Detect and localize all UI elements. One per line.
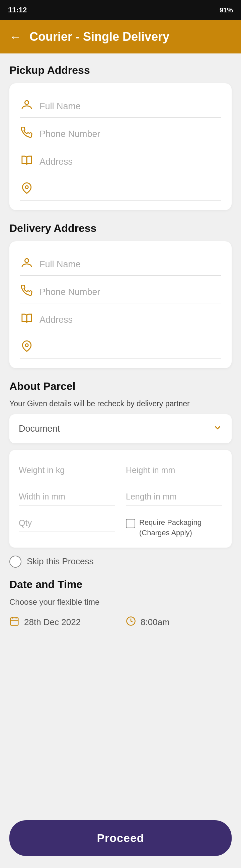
chevron-down-icon bbox=[213, 423, 222, 435]
qty-input[interactable] bbox=[19, 518, 115, 528]
delivery-fullname-field bbox=[20, 251, 221, 276]
parcel-section-title: About Parcel bbox=[9, 380, 232, 393]
height-field bbox=[126, 459, 222, 479]
document-dropdown[interactable]: Document bbox=[9, 414, 232, 443]
phone-icon bbox=[20, 127, 33, 141]
datetime-section-title: Date and Time bbox=[9, 578, 232, 591]
delivery-location-field bbox=[20, 334, 221, 359]
delivery-person-icon bbox=[20, 257, 33, 271]
date-value[interactable]: 28th Dec 2022 bbox=[24, 617, 81, 627]
weight-input[interactable] bbox=[19, 465, 115, 475]
delivery-address-icon bbox=[20, 313, 33, 327]
pickup-section-title: Pickup Address bbox=[9, 64, 232, 76]
battery-level: 91% bbox=[220, 6, 233, 14]
skip-radio[interactable] bbox=[9, 556, 21, 568]
parcel-subtitle: Your Given details will be recheck by de… bbox=[9, 399, 232, 408]
status-bar: 11:12 91% bbox=[0, 0, 241, 20]
dimensions-card: Require Packaging(Charges Apply) bbox=[9, 450, 232, 548]
svg-point-2 bbox=[25, 258, 28, 262]
delivery-address-input[interactable] bbox=[39, 313, 221, 327]
date-field: 28th Dec 2022 bbox=[9, 616, 115, 632]
datetime-row: 28th Dec 2022 8:00am bbox=[9, 616, 232, 632]
pickup-address-field bbox=[20, 148, 221, 173]
pickup-location-field bbox=[20, 176, 221, 201]
packaging-row: Require Packaging(Charges Apply) bbox=[126, 512, 222, 538]
location-icon bbox=[20, 182, 33, 196]
pickup-fullname-input[interactable] bbox=[39, 100, 221, 113]
delivery-location-icon bbox=[20, 340, 33, 354]
skip-label: Skip this Process bbox=[27, 556, 93, 567]
qty-row: Require Packaging(Charges Apply) bbox=[19, 512, 222, 538]
length-field bbox=[126, 486, 222, 505]
pickup-card bbox=[9, 83, 232, 210]
delivery-fullname-input[interactable] bbox=[39, 258, 221, 271]
pickup-phone-field bbox=[20, 120, 221, 145]
weight-field bbox=[19, 459, 115, 479]
width-field bbox=[19, 486, 115, 505]
calendar-icon bbox=[9, 616, 20, 628]
delivery-phone-icon bbox=[20, 285, 33, 299]
pickup-location-input[interactable] bbox=[39, 183, 221, 196]
main-content: Pickup Address bbox=[0, 54, 241, 699]
datetime-subtitle: Choose your flexible time bbox=[9, 597, 232, 607]
delivery-section-title: Delivery Address bbox=[9, 222, 232, 235]
header: ← Courier - Single Delivery bbox=[0, 20, 241, 54]
delivery-location-input[interactable] bbox=[39, 341, 221, 354]
packaging-label: Require Packaging(Charges Apply) bbox=[139, 518, 202, 538]
address-icon bbox=[20, 155, 33, 169]
page-title: Courier - Single Delivery bbox=[29, 30, 169, 44]
pickup-address-input[interactable] bbox=[39, 155, 221, 168]
svg-point-1 bbox=[25, 186, 28, 189]
delivery-phone-input[interactable] bbox=[39, 286, 221, 299]
delivery-phone-field bbox=[20, 278, 221, 303]
width-input[interactable] bbox=[19, 492, 115, 501]
clock-icon bbox=[126, 616, 136, 628]
dimensions-grid bbox=[19, 459, 222, 512]
status-time: 11:12 bbox=[8, 6, 27, 14]
person-icon bbox=[20, 99, 33, 113]
svg-point-0 bbox=[25, 100, 28, 104]
delivery-card bbox=[9, 241, 232, 368]
document-label: Document bbox=[19, 424, 60, 434]
back-button[interactable]: ← bbox=[9, 30, 21, 44]
pickup-fullname-field bbox=[20, 93, 221, 118]
svg-point-3 bbox=[25, 344, 28, 347]
svg-rect-4 bbox=[11, 618, 19, 625]
time-value[interactable]: 8:00am bbox=[140, 617, 170, 627]
length-input[interactable] bbox=[126, 492, 222, 501]
pickup-phone-input[interactable] bbox=[39, 128, 221, 141]
height-input[interactable] bbox=[126, 465, 222, 475]
skip-row: Skip this Process bbox=[9, 556, 232, 568]
delivery-address-field bbox=[20, 306, 221, 331]
status-icons: 91% bbox=[220, 6, 233, 14]
time-field: 8:00am bbox=[126, 616, 232, 632]
packaging-checkbox[interactable] bbox=[126, 519, 135, 528]
qty-field bbox=[19, 512, 115, 532]
